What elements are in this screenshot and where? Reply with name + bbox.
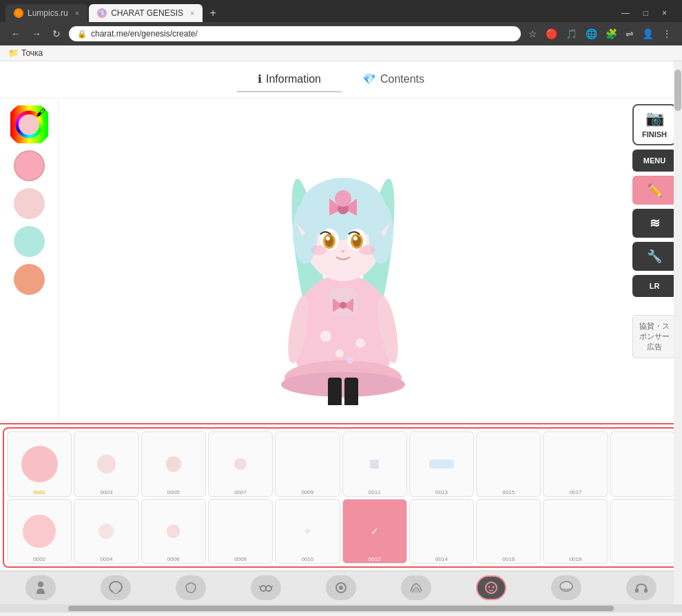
bookmark-star-icon[interactable]: ☆ bbox=[526, 27, 539, 41]
item-0016[interactable]: 0016 bbox=[476, 499, 541, 564]
back-button[interactable]: ← bbox=[8, 27, 23, 41]
layers-button[interactable]: ≋ bbox=[632, 209, 676, 238]
extension-icon-2[interactable]: 🎵 bbox=[564, 27, 579, 41]
forward-button[interactable]: → bbox=[29, 27, 44, 41]
menu-icon[interactable]: ⋮ bbox=[660, 27, 674, 41]
tab-lumpics[interactable]: 🟠 Lumpics.ru × bbox=[6, 4, 87, 22]
cat-body[interactable] bbox=[25, 575, 56, 600]
item-0005[interactable]: 0005 bbox=[141, 431, 206, 496]
item-0001-label: 0001 bbox=[33, 489, 45, 495]
svg-point-44 bbox=[38, 582, 43, 587]
item-0013-label: 0013 bbox=[435, 489, 448, 495]
item-0009-label: 0009 bbox=[301, 489, 313, 495]
new-tab-button[interactable]: + bbox=[204, 4, 221, 22]
sync-icon[interactable]: ⇌ bbox=[623, 27, 636, 41]
cat-face-parts[interactable] bbox=[476, 575, 506, 600]
cat-hair-front[interactable] bbox=[401, 575, 431, 600]
svg-rect-14 bbox=[328, 378, 342, 405]
lock-icon: 🔒 bbox=[77, 30, 87, 39]
page-content: ℹ Information 💎 Contents bbox=[0, 61, 682, 604]
h-scrollbar-thumb[interactable] bbox=[68, 606, 614, 611]
scrollbar-thumb[interactable] bbox=[674, 70, 681, 111]
minimize-button[interactable]: — bbox=[617, 7, 634, 19]
svg-point-52 bbox=[339, 586, 343, 590]
extensions-icon[interactable]: 🧩 bbox=[603, 27, 619, 41]
svg-rect-15 bbox=[344, 378, 358, 405]
browser-toolbar: ☆ 🔴 🎵 🌐 🧩 ⇌ 👤 ⋮ bbox=[526, 27, 674, 41]
item-0007[interactable]: 0007 bbox=[208, 431, 273, 496]
item-0002[interactable]: 0002 bbox=[7, 499, 72, 564]
item-0003-label: 0003 bbox=[101, 489, 113, 495]
menu-label: MENU bbox=[643, 156, 665, 165]
item-0001[interactable]: 0001 bbox=[7, 431, 72, 496]
app-header: ℹ Information 💎 Contents bbox=[0, 61, 682, 99]
item-0006[interactable]: 0006 bbox=[141, 499, 206, 564]
cat-headphones[interactable] bbox=[626, 575, 657, 600]
svg-point-46 bbox=[260, 586, 266, 591]
menu-button[interactable]: MENU bbox=[632, 150, 676, 172]
tab-lumpics-close[interactable]: × bbox=[75, 9, 79, 17]
svg-point-5 bbox=[281, 372, 405, 397]
close-button[interactable]: × bbox=[658, 7, 671, 19]
wrench-button[interactable]: 🔧 bbox=[632, 242, 676, 271]
item-0013[interactable]: 0013 bbox=[409, 431, 474, 496]
item-0011-label: 0011 bbox=[369, 489, 381, 495]
item-0003[interactable]: 0003 bbox=[74, 431, 138, 496]
item-0018[interactable]: 0018 bbox=[543, 499, 608, 564]
bookmark-label[interactable]: Точка bbox=[21, 48, 43, 58]
color-swatch-1[interactable] bbox=[14, 188, 45, 219]
extension-icon-1[interactable]: 🔴 bbox=[544, 27, 559, 41]
svg-rect-58 bbox=[644, 588, 648, 593]
edit-button[interactable]: ✏️ bbox=[632, 176, 676, 205]
cat-hair-back[interactable] bbox=[101, 575, 131, 600]
svg-point-55 bbox=[493, 586, 495, 588]
reload-button[interactable]: ↻ bbox=[50, 27, 63, 41]
svg-point-53 bbox=[486, 582, 497, 593]
address-input[interactable]: 🔒 charat.me/en/genesis/create/ bbox=[69, 26, 521, 41]
color-wheel[interactable]: 🖌 bbox=[10, 105, 48, 143]
pencil-icon: ✏️ bbox=[638, 183, 671, 198]
hair-front-icon bbox=[409, 580, 424, 595]
item-0020[interactable] bbox=[610, 499, 675, 564]
tab-charat[interactable]: 💎 CHARAT GENESIS × bbox=[89, 4, 203, 22]
cat-hair-top[interactable] bbox=[551, 575, 581, 600]
color-swatch-2[interactable] bbox=[14, 226, 45, 257]
svg-point-31 bbox=[335, 190, 351, 207]
finish-button[interactable]: 📷 FINISH bbox=[632, 104, 676, 145]
glasses-icon bbox=[258, 580, 273, 595]
active-color-circle[interactable] bbox=[14, 150, 45, 181]
tab-contents[interactable]: 💎 Contents bbox=[342, 67, 445, 92]
profile-icon[interactable]: 👤 bbox=[640, 27, 656, 41]
sponsor-box: 協賛・スポンサー広告 bbox=[632, 315, 676, 358]
maximize-button[interactable]: □ bbox=[639, 7, 652, 19]
svg-line-49 bbox=[259, 586, 260, 587]
tab-information[interactable]: ℹ Information bbox=[237, 67, 342, 92]
item-0014[interactable]: 0014 bbox=[409, 499, 474, 564]
character-display bbox=[247, 105, 440, 409]
tab-charat-close[interactable]: × bbox=[190, 9, 194, 17]
item-0010[interactable]: ◇ 0010 bbox=[275, 499, 340, 564]
item-0004[interactable]: 0004 bbox=[74, 499, 138, 564]
item-0008[interactable]: 0008 bbox=[208, 499, 273, 564]
body-icon bbox=[33, 580, 48, 595]
item-0012[interactable]: ✓ 0012 bbox=[342, 499, 407, 564]
item-0012-label: 0012 bbox=[369, 556, 381, 562]
color-swatch-3[interactable] bbox=[14, 264, 45, 295]
svg-point-39 bbox=[353, 236, 358, 240]
cat-accessory[interactable] bbox=[326, 575, 356, 600]
lr-button[interactable]: LR bbox=[632, 275, 676, 297]
tab-lumpics-label: Lumpics.ru bbox=[28, 8, 68, 18]
cat-hair-side[interactable] bbox=[176, 575, 206, 600]
item-0017[interactable]: 0017 bbox=[543, 431, 608, 496]
cat-glasses[interactable] bbox=[251, 575, 281, 600]
browser-window: 🟠 Lumpics.ru × 💎 CHARAT GENESIS × + — □ … bbox=[0, 0, 682, 61]
item-0015[interactable]: 0015 bbox=[476, 431, 541, 496]
svg-point-43 bbox=[359, 245, 375, 255]
item-0009[interactable]: 0009 bbox=[275, 431, 340, 496]
address-text: charat.me/en/genesis/create/ bbox=[91, 29, 198, 39]
item-0011[interactable]: 0011 bbox=[342, 431, 407, 496]
item-0019[interactable] bbox=[610, 431, 675, 496]
extension-icon-3[interactable]: 🌐 bbox=[583, 27, 599, 41]
charat-favicon: 💎 bbox=[97, 8, 107, 18]
lr-label: LR bbox=[650, 282, 660, 290]
